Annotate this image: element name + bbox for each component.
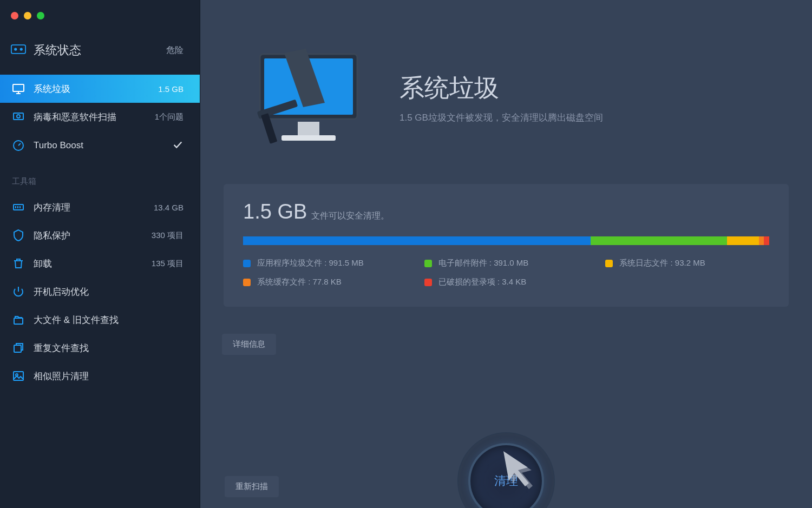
window-controls — [0, 4, 200, 27]
window-close-button[interactable] — [11, 12, 18, 19]
sidebar-item-label: Turbo Boost — [34, 140, 83, 151]
image-icon — [12, 370, 25, 382]
legend-label: 应用程序垃圾文件 : 991.5 MB — [257, 258, 364, 268]
sidebar: 系统状态 危险 系统垃圾1.5 GB病毒和恶意软件扫描1个问题Turbo Boo… — [0, 0, 200, 508]
page-title: 系统垃圾 — [400, 71, 603, 105]
sidebar-item-value: 13.4 GB — [154, 203, 184, 212]
sidebar-item-value: 135 项目 — [152, 259, 184, 269]
legend-label: 系统缓存文件 : 77.8 KB — [257, 277, 342, 287]
clean-button[interactable]: 清理 — [468, 443, 544, 508]
svg-rect-20 — [281, 135, 336, 141]
svg-rect-13 — [14, 318, 23, 324]
bar-segment-orange — [759, 236, 764, 245]
legend-label: 系统日志文件 : 93.2 MB — [619, 258, 705, 268]
sidebar-item-label: 隐私保护 — [34, 229, 70, 242]
legend-item-red: 已破损的登录项 : 3.4 KB — [424, 277, 588, 287]
files-icon — [12, 313, 25, 326]
shield-scan-icon — [12, 110, 25, 123]
sidebar-item-label: 相似照片清理 — [34, 370, 89, 382]
sidebar-item-label: 开机启动优化 — [34, 286, 89, 298]
sidebar-item-value: 1个问题 — [155, 112, 184, 122]
trash-icon — [12, 257, 25, 270]
sidebar-item-label: 内存清理 — [34, 201, 70, 214]
legend-item-green: 电子邮件附件 : 391.0 MB — [424, 258, 588, 268]
sidebar-item-startup[interactable]: 开机启动优化 — [0, 278, 200, 306]
status-badge: 危险 — [166, 45, 184, 56]
svg-point-2 — [20, 48, 23, 50]
window-maximize-button[interactable] — [37, 12, 44, 19]
main-content: 系统垃圾 1.5 GB垃圾文件被发现，安全清理以腾出磁盘空间 1.5 GB 文件… — [200, 0, 812, 508]
status-title: 系统状态 — [34, 42, 81, 58]
bar-segment-yellow — [727, 236, 758, 245]
duplicate-icon — [12, 341, 25, 354]
sidebar-item-privacy[interactable]: 隐私保护330 项目 — [0, 221, 200, 249]
legend-item-orange: 系统缓存文件 : 77.8 KB — [243, 277, 407, 287]
page-subtitle: 1.5 GB垃圾文件被发现，安全清理以腾出磁盘空间 — [400, 111, 603, 124]
hero: 系统垃圾 1.5 GB垃圾文件被发现，安全清理以腾出磁盘空间 — [244, 43, 790, 151]
dashboard-icon — [11, 43, 26, 57]
memory-icon — [12, 201, 25, 214]
bar-segment-blue — [243, 236, 591, 245]
bar-segment-red — [764, 236, 769, 245]
svg-rect-19 — [298, 122, 319, 135]
legend-label: 电子邮件附件 : 391.0 MB — [438, 258, 529, 268]
svg-rect-0 — [11, 45, 25, 54]
sidebar-item-similar-photos[interactable]: 相似照片清理 — [0, 362, 200, 390]
sidebar-item-duplicates[interactable]: 重复文件查找 — [0, 334, 200, 362]
sidebar-item-memory[interactable]: 内存清理13.4 GB — [0, 193, 200, 221]
legend-swatch — [424, 260, 432, 267]
sidebar-item-label: 病毒和恶意软件扫描 — [34, 111, 116, 123]
sidebar-item-large-files[interactable]: 大文件 & 旧文件查找 — [0, 306, 200, 334]
rescan-button[interactable]: 重新扫描 — [225, 476, 279, 497]
svg-rect-14 — [14, 345, 21, 352]
monitor-clean-icon — [244, 43, 374, 151]
sidebar-item-virus-scan[interactable]: 病毒和恶意软件扫描1个问题 — [0, 103, 200, 131]
sidebar-item-value: 330 项目 — [152, 230, 184, 241]
check-icon — [172, 138, 184, 153]
legend-swatch — [243, 279, 251, 286]
sidebar-item-label: 卸载 — [34, 258, 52, 270]
window-minimize-button[interactable] — [24, 12, 31, 19]
svg-rect-15 — [14, 372, 23, 380]
summary-card: 1.5 GB 文件可以安全清理。 应用程序垃圾文件 : 991.5 MB电子邮件… — [224, 184, 789, 307]
sidebar-item-uninstall[interactable]: 卸载135 项目 — [0, 249, 200, 278]
sidebar-item-label: 大文件 & 旧文件查找 — [34, 314, 119, 326]
shield-icon — [12, 229, 25, 242]
legend-item-yellow: 系统日志文件 : 93.2 MB — [605, 258, 769, 268]
sidebar-item-value: 1.5 GB — [158, 84, 184, 94]
sidebar-item-turbo-boost[interactable]: Turbo Boost — [0, 131, 200, 160]
svg-point-1 — [14, 48, 17, 50]
usage-bar — [243, 236, 769, 245]
legend-label: 已破损的登录项 : 3.4 KB — [438, 277, 527, 287]
status-header[interactable]: 系统状态 危险 — [0, 27, 200, 75]
clean-button-container: 清理 — [452, 427, 560, 508]
legend-swatch — [243, 260, 251, 267]
legend-swatch — [424, 279, 432, 286]
legend: 应用程序垃圾文件 : 991.5 MB电子邮件附件 : 391.0 MB系统日志… — [243, 258, 769, 287]
legend-item-blue: 应用程序垃圾文件 : 991.5 MB — [243, 258, 407, 268]
svg-point-7 — [17, 115, 20, 118]
monitor-icon — [12, 82, 25, 95]
details-button[interactable]: 详细信息 — [222, 334, 276, 355]
legend-swatch — [605, 260, 613, 267]
bar-segment-green — [591, 236, 728, 245]
toolbox-label: 工具箱 — [0, 160, 200, 193]
sidebar-item-label: 系统垃圾 — [34, 83, 70, 95]
svg-rect-6 — [14, 113, 23, 120]
sidebar-item-system-junk[interactable]: 系统垃圾1.5 GB — [0, 75, 200, 103]
cleanable-desc: 文件可以安全清理。 — [311, 210, 389, 222]
sidebar-item-label: 重复文件查找 — [34, 342, 89, 354]
cleanable-size: 1.5 GB — [243, 200, 307, 223]
power-icon — [12, 285, 25, 298]
svg-rect-3 — [13, 84, 24, 91]
gauge-icon — [12, 139, 25, 152]
